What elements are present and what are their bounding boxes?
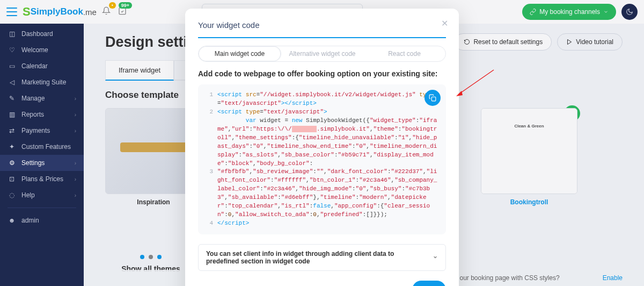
ok-button[interactable]: OK [412, 281, 447, 286]
tab-alternative-widget[interactable]: Alternative widget code [281, 46, 363, 61]
modal-subtitle: Add code to webpage to offer booking opt… [198, 69, 446, 78]
chevron-down-icon: ⌄ [433, 252, 438, 260]
svg-rect-3 [431, 97, 436, 101]
client-info-accordion[interactable]: You can set client info in widget throug… [198, 244, 446, 271]
modal-title: Your widget code [198, 20, 446, 38]
tab-main-widget[interactable]: Main widget code [199, 46, 281, 61]
copy-icon [429, 94, 436, 102]
close-icon[interactable]: ✕ [441, 18, 448, 28]
code-type-tabs: Main widget code Alternative widget code… [198, 46, 446, 62]
widget-code-modal: Your widget code ✕ Main widget code Alte… [185, 9, 459, 286]
tab-react-code[interactable]: React code [363, 46, 445, 61]
code-block: 1<script src="//widget.simplybook.it/v2/… [198, 84, 446, 234]
copy-button[interactable] [425, 90, 441, 106]
